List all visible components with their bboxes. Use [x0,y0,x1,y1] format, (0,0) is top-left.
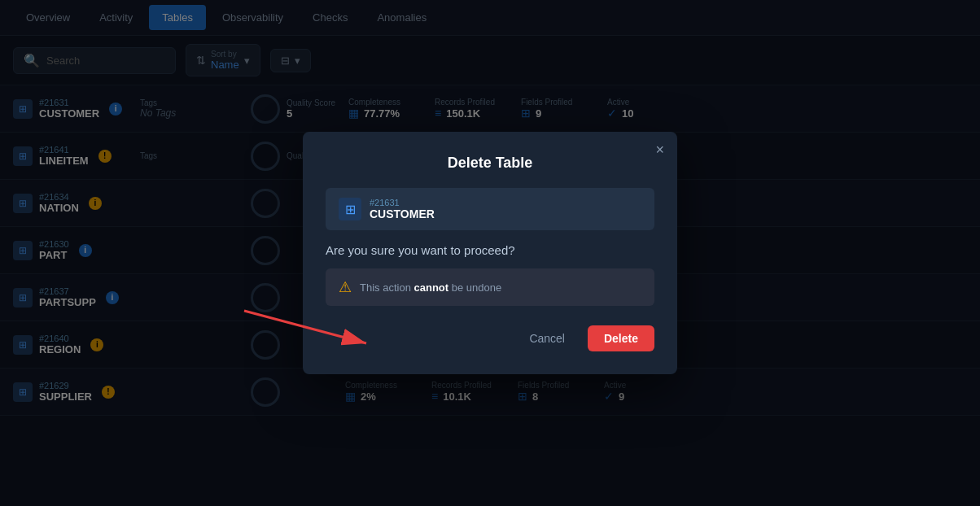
modal-question: Are you sure you want to proceed? [326,243,654,257]
warning-text-before: This action [360,281,413,294]
modal-warning: ⚠ This action cannot be undone [326,268,654,306]
modal-table-name: CUSTOMER [370,207,435,220]
warning-text: This action cannot be undone [360,281,501,294]
modal-actions: Cancel Delete [326,325,654,351]
warning-cannot: cannot [413,281,448,294]
warning-icon: ⚠ [339,278,352,296]
modal-title: Delete Table [326,155,654,172]
modal-table-id: #21631 [370,198,435,207]
warning-text-after: be undone [448,281,501,294]
delete-modal: × Delete Table ⊞ #21631 CUSTOMER Are you… [303,132,677,374]
modal-overlay[interactable]: × Delete Table ⊞ #21631 CUSTOMER Are you… [0,0,980,506]
modal-table-icon: ⊞ [339,198,361,220]
cancel-button[interactable]: Cancel [516,325,578,351]
delete-button[interactable]: Delete [588,325,654,351]
svg-line-1 [244,311,366,343]
modal-close-button[interactable]: × [655,142,664,159]
modal-table-info: ⊞ #21631 CUSTOMER [326,188,654,230]
